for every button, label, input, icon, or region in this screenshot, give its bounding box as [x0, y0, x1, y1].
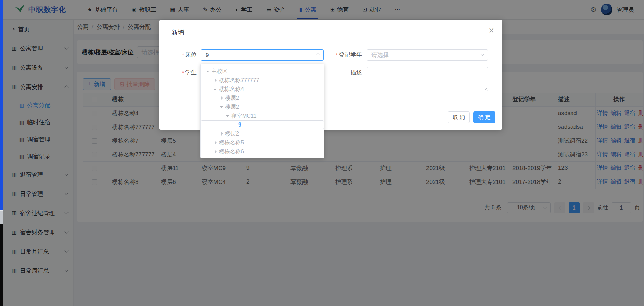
- tree-node-寝室MC11[interactable]: 寝室MC11: [201, 111, 324, 120]
- tree-node-label: 9: [238, 122, 242, 128]
- dialog-title: 新增: [171, 28, 184, 37]
- required-asterisk: *: [182, 52, 184, 58]
- caret-right-icon: [221, 132, 225, 136]
- chevron-down-icon: [480, 52, 484, 56]
- tree-node-label: 楼栋名称5: [219, 139, 244, 146]
- tree-node-楼栋名称[interactable]: 楼栋名称: [201, 156, 324, 158]
- screen: 中职数字化 ★基础平台◉教职工▦人事✎办公◐学工▤资产▮公寓⊞德育⊡就业⋯ ⚙ …: [0, 0, 644, 306]
- bed-value: 9: [206, 52, 209, 59]
- edge-scroll-handle[interactable]: [0, 210, 3, 224]
- caret-down-icon: [213, 89, 217, 92]
- desc-textarea[interactable]: [367, 67, 488, 91]
- confirm-button[interactable]: 确 定: [473, 111, 495, 123]
- tree-node-label: 寝室MC11: [231, 113, 257, 120]
- caret-right-icon: [215, 79, 219, 82]
- year-label: *登记学年: [313, 51, 362, 58]
- edge-blue-strip: [0, 0, 3, 210]
- tree-node-label: 主校区: [211, 68, 228, 75]
- tree-node-label: 楼层2: [225, 130, 239, 138]
- tree-node-label: 楼层2: [225, 95, 239, 102]
- close-icon[interactable]: ×: [488, 26, 494, 35]
- bed-label: *床位: [159, 51, 197, 58]
- caret-down-icon: [220, 106, 223, 110]
- tree-node-楼栋名称4[interactable]: 楼栋名称4: [201, 85, 324, 94]
- tree-node-label: 楼栋名称6: [219, 148, 244, 155]
- tree-node-楼栋名称5[interactable]: 楼栋名称5: [201, 138, 324, 147]
- tree-node-楼栋名称777777[interactable]: 楼栋名称777777: [201, 76, 324, 85]
- tree-node-9[interactable]: 9: [201, 120, 324, 129]
- tree-node-楼层2[interactable]: 楼层2: [201, 94, 324, 103]
- bed-cascader-dropdown: 主校区楼栋名称777777楼栋名称4楼层2楼层2寝室MC119楼层2楼栋名称5楼…: [200, 64, 324, 158]
- required-asterisk: *: [182, 70, 184, 75]
- tree-node-label: 楼栋名称777777: [219, 77, 259, 84]
- year-select[interactable]: 请选择: [367, 49, 488, 61]
- required-asterisk: *: [336, 52, 338, 58]
- tree-node-label: 楼层2: [225, 104, 239, 111]
- year-placeholder: 请选择: [371, 51, 389, 59]
- tree-node-主校区[interactable]: 主校区: [201, 67, 324, 76]
- cancel-button[interactable]: 取 消: [448, 111, 470, 123]
- tree-node-楼栋名称6[interactable]: 楼栋名称6: [201, 147, 324, 156]
- caret-right-icon: [215, 141, 219, 144]
- caret-right-icon: [221, 96, 225, 100]
- student-label: *学生: [159, 69, 197, 76]
- tree-node-楼层2[interactable]: 楼层2: [201, 103, 324, 111]
- bed-select[interactable]: 9: [201, 49, 324, 61]
- tree-node-label: 楼栋名称: [219, 157, 241, 159]
- window-edge: [0, 0, 3, 306]
- caret-right-icon: [215, 150, 219, 153]
- caret-down-icon: [226, 115, 229, 119]
- edge-black-strip: [0, 224, 3, 306]
- caret-down-icon: [206, 71, 209, 74]
- tree-node-label: 楼栋名称4: [219, 86, 244, 93]
- tree-node-楼层2[interactable]: 楼层2: [201, 129, 324, 138]
